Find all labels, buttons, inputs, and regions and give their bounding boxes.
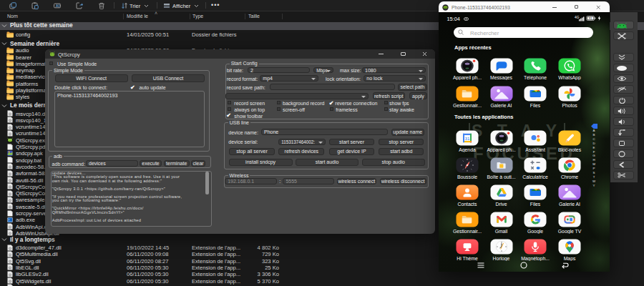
svg-text:31: 31 [464, 136, 469, 141]
svg-text:91: 91 [588, 16, 592, 20]
